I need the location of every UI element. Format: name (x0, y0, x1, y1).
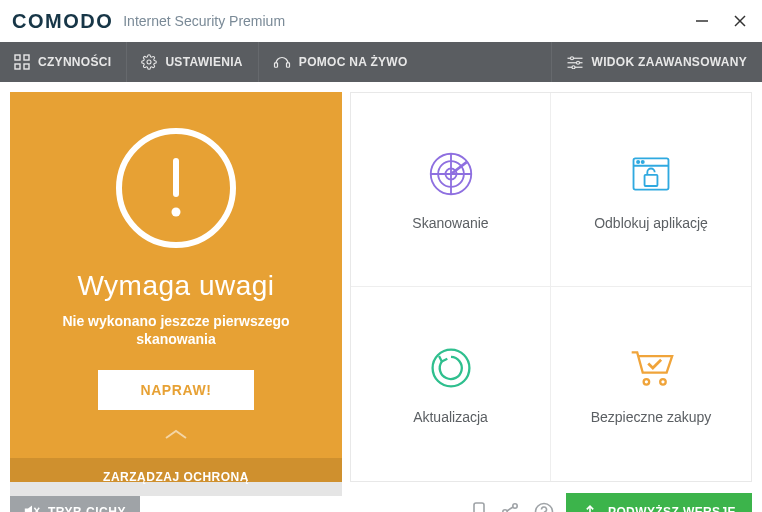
cart-check-icon (626, 343, 676, 393)
window-controls (692, 11, 750, 31)
svg-point-13 (576, 61, 579, 64)
svg-rect-27 (645, 174, 658, 185)
svg-marker-31 (25, 505, 32, 512)
footer-icons (472, 502, 554, 512)
silent-mode-button[interactable]: TRYB CICHY (10, 496, 140, 513)
minimize-icon (695, 14, 709, 28)
svg-point-11 (570, 57, 573, 60)
headset-icon (273, 54, 291, 70)
gear-icon (141, 54, 157, 70)
radar-icon (426, 149, 476, 199)
tile-update[interactable]: Aktualizacja (351, 287, 551, 481)
status-inner: Wymaga uwagi Nie wykonano jeszcze pierws… (10, 92, 342, 458)
upgrade-button[interactable]: PODWYŻSZ WERSJĘ (566, 493, 752, 513)
mobile-icon[interactable] (472, 502, 486, 512)
tile-shopping-label: Bezpieczne zakupy (591, 409, 712, 425)
svg-point-17 (172, 208, 181, 217)
status-title: Wymaga uwagi (77, 270, 274, 302)
tile-shopping[interactable]: Bezpieczne zakupy (551, 287, 751, 481)
svg-rect-3 (15, 55, 20, 60)
brand-logo: COMODO (12, 10, 113, 33)
menu-advanced-view[interactable]: WIDOK ZAAWANSOWANY (551, 42, 762, 82)
close-button[interactable] (730, 11, 750, 31)
sliders-icon (566, 55, 584, 69)
menu-activities-label: CZYNNOŚCI (38, 55, 111, 69)
svg-point-26 (642, 160, 644, 162)
grid-icon (14, 54, 30, 70)
status-panel: Wymaga uwagi Nie wykonano jeszcze pierws… (10, 92, 342, 482)
menu-settings[interactable]: USTAWIENIA (126, 42, 257, 82)
tile-scan-label: Skanowanie (412, 215, 488, 231)
svg-point-25 (637, 160, 639, 162)
svg-point-37 (513, 504, 517, 508)
tile-unblock[interactable]: Odblokuj aplikację (551, 93, 751, 287)
chevron-up-icon (162, 426, 190, 444)
close-icon (733, 14, 747, 28)
svg-rect-5 (15, 64, 20, 69)
menu-bar: CZYNNOŚCI USTAWIENIA POMOC NA ŻYWO WIDOK… (0, 42, 762, 82)
tile-unblock-label: Odblokuj aplikację (594, 215, 708, 231)
manage-protection-button[interactable]: ZARZĄDZAJ OCHRONĄ (10, 458, 342, 496)
svg-rect-4 (24, 55, 29, 60)
menu-live-help-label: POMOC NA ŻYWO (299, 55, 408, 69)
svg-line-39 (507, 507, 513, 511)
mute-icon (24, 504, 40, 513)
tile-update-label: Aktualizacja (413, 409, 488, 425)
window-subtitle: Internet Security Premium (123, 13, 285, 29)
unlock-window-icon (626, 149, 676, 199)
title-bar: COMODO Internet Security Premium (0, 0, 762, 42)
svg-point-29 (644, 379, 650, 385)
svg-rect-6 (24, 64, 29, 69)
menu-activities[interactable]: CZYNNOŚCI (0, 42, 126, 82)
svg-rect-16 (173, 158, 179, 197)
upgrade-label: PODWYŻSZ WERSJĘ (608, 505, 736, 512)
refresh-icon (426, 343, 476, 393)
share-icon[interactable] (500, 502, 520, 512)
tile-scan[interactable]: Skanowanie (351, 93, 551, 287)
menu-settings-label: USTAWIENIA (165, 55, 242, 69)
alert-icon (116, 128, 236, 248)
content-area: Wymaga uwagi Nie wykonano jeszcze pierws… (0, 82, 762, 492)
svg-point-15 (572, 66, 575, 69)
status-message: Nie wykonano jeszcze pierwszego skanowan… (36, 312, 316, 348)
svg-rect-34 (474, 503, 484, 512)
upload-icon (582, 503, 598, 513)
svg-point-28 (432, 350, 469, 387)
fix-button[interactable]: NAPRAW! (98, 370, 253, 410)
silent-mode-label: TRYB CICHY (48, 505, 126, 512)
tiles-grid: Skanowanie Odblokuj aplikację Aktualizac… (350, 92, 752, 482)
menu-live-help[interactable]: POMOC NA ŻYWO (258, 42, 423, 82)
menu-advanced-label: WIDOK ZAAWANSOWANY (592, 55, 747, 69)
help-icon[interactable] (534, 502, 554, 512)
svg-point-7 (147, 60, 151, 64)
svg-point-30 (660, 379, 666, 385)
minimize-button[interactable] (692, 11, 712, 31)
